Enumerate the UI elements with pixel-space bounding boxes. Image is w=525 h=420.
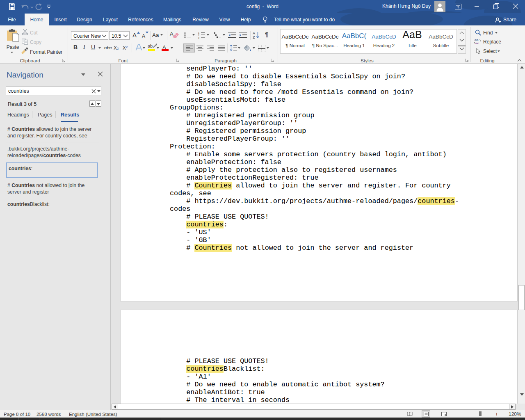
svg-text:3: 3 (198, 37, 199, 39)
svg-text:ac: ac (475, 41, 479, 45)
svg-text:Z: Z (253, 35, 255, 39)
svg-text:A: A (253, 31, 255, 35)
